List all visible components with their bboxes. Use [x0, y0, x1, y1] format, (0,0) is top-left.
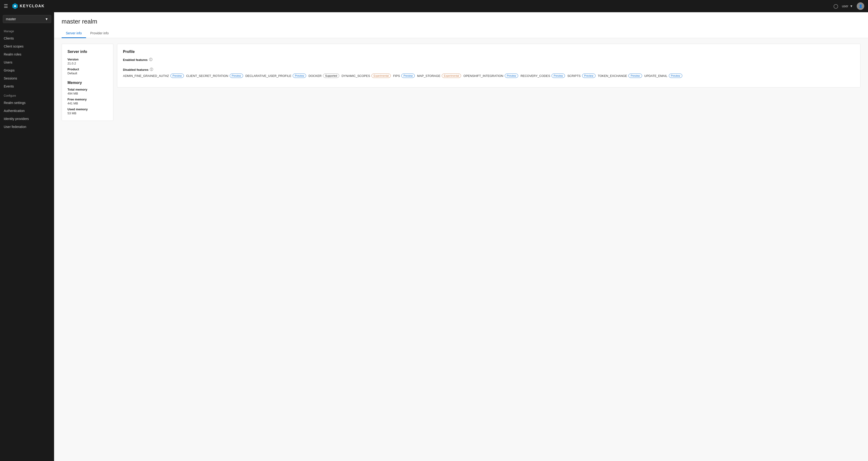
feature-item: DECLARATIVE_USER_PROFILEPreview — [245, 73, 306, 78]
tab-server-info[interactable]: Server info — [62, 29, 86, 38]
feature-item: CLIENT_SECRET_ROTATIONPreview — [186, 73, 243, 78]
sidebar-section-configure-label: Configure — [0, 90, 54, 99]
sidebar-item-sessions[interactable]: Sessions — [0, 74, 54, 82]
product-label: Product — [67, 67, 107, 71]
feature-item: UPDATE_EMAILPreview — [644, 73, 682, 78]
sidebar-item-realm-roles[interactable]: Realm roles — [0, 50, 54, 58]
free-memory-value: 441 MB — [67, 102, 107, 105]
profile-card: Profile Enabled features ⓘ Disabled feat… — [117, 44, 861, 88]
total-memory-label: Total memory — [67, 88, 107, 91]
feature-name: DYNAMIC_SCOPES — [342, 74, 370, 78]
sidebar-item-events[interactable]: Events — [0, 82, 54, 90]
user-menu[interactable]: user ▼ — [842, 4, 853, 8]
version-label: Version — [67, 58, 107, 61]
server-info-title: Server info — [67, 50, 107, 54]
realm-selector-value: master — [6, 17, 16, 21]
feature-badge: Preview — [582, 73, 595, 78]
page-title: master realm — [62, 18, 861, 25]
sidebar-item-clients[interactable]: Clients — [0, 34, 54, 42]
feature-name: RECOVERY_CODES — [521, 74, 550, 78]
disabled-features-label: Disabled features ⓘ — [123, 67, 855, 72]
feature-name: OPENSHIFT_INTEGRATION — [463, 74, 503, 78]
sidebar-item-groups[interactable]: Groups — [0, 66, 54, 74]
feature-name: DOCKER — [308, 74, 321, 78]
feature-item: MAP_STORAGEExperimental — [417, 73, 461, 78]
version-value: 21.0.2 — [67, 62, 107, 65]
feature-item: DYNAMIC_SCOPESExperimental — [342, 73, 391, 78]
enabled-features-info-icon: ⓘ — [149, 58, 152, 62]
feature-badge: Preview — [669, 73, 682, 78]
total-memory-value: 494 MB — [67, 92, 107, 95]
sidebar-item-identity-providers[interactable]: Identity providers — [0, 115, 54, 123]
feature-item: ADMIN_FINE_GRAINED_AUTHZPreview — [123, 73, 184, 78]
help-icon[interactable]: ◯ — [833, 3, 838, 9]
feature-badge: Preview — [401, 73, 415, 78]
used-memory-label: Used memory — [67, 107, 107, 111]
feature-name: ADMIN_FINE_GRAINED_AUTHZ — [123, 74, 169, 78]
feature-item: DOCKERSupported — [308, 73, 339, 78]
feature-name: UPDATE_EMAIL — [644, 74, 668, 78]
logo: KEYCLOAK — [12, 3, 45, 9]
feature-badge: Preview — [505, 73, 518, 78]
sidebar-item-client-scopes[interactable]: Client scopes — [0, 42, 54, 50]
feature-badge: Experimental — [371, 73, 391, 78]
sidebar-item-realm-settings[interactable]: Realm settings — [0, 99, 54, 107]
page-content: Server info Version 21.0.2 Product Defau… — [54, 38, 868, 127]
feature-badge: Preview — [170, 73, 184, 78]
product-value: Default — [67, 71, 107, 75]
tabs: Server info Provider info — [62, 29, 861, 38]
user-label: user — [842, 4, 848, 8]
free-memory-label: Free memory — [67, 98, 107, 101]
feature-badge: Preview — [230, 73, 243, 78]
page-header: master realm Server info Provider info — [54, 12, 868, 38]
feature-badge: Preview — [628, 73, 642, 78]
used-memory-value: 53 MB — [67, 112, 107, 115]
profile-title: Profile — [123, 50, 855, 54]
server-info-card: Server info Version 21.0.2 Product Defau… — [62, 44, 113, 121]
feature-item: TOKEN_EXCHANGEPreview — [598, 73, 642, 78]
realm-selector[interactable]: master ▼ — [3, 15, 51, 23]
main-content: master realm Server info Provider info S… — [54, 12, 868, 461]
feature-name: FIPS — [393, 74, 400, 78]
feature-badge: Preview — [293, 73, 306, 78]
feature-name: SCRIPTS — [567, 74, 581, 78]
disabled-features-info-icon: ⓘ — [150, 67, 153, 72]
sidebar-item-users[interactable]: Users — [0, 58, 54, 66]
sidebar-item-user-federation[interactable]: User federation — [0, 123, 54, 131]
topnav-right: ◯ user ▼ 👤 — [833, 2, 864, 10]
layout: master ▼ Manage Clients Client scopes Re… — [0, 12, 868, 461]
keycloak-logo-icon — [12, 3, 18, 9]
feature-item: FIPSPreview — [393, 73, 415, 78]
avatar[interactable]: 👤 — [857, 2, 864, 10]
feature-name: MAP_STORAGE — [417, 74, 440, 78]
feature-badge: Experimental — [442, 73, 461, 78]
enabled-features-label: Enabled features ⓘ — [123, 58, 855, 62]
svg-point-2 — [14, 5, 16, 7]
realm-selector-chevron: ▼ — [45, 17, 48, 21]
feature-badge: Preview — [552, 73, 565, 78]
sidebar: master ▼ Manage Clients Client scopes Re… — [0, 12, 54, 461]
sidebar-section-manage-label: Manage — [0, 26, 54, 34]
feature-item: RECOVERY_CODESPreview — [521, 73, 565, 78]
feature-name: TOKEN_EXCHANGE — [598, 74, 627, 78]
tab-provider-info[interactable]: Provider info — [86, 29, 113, 38]
feature-name: CLIENT_SECRET_ROTATION — [186, 74, 228, 78]
disabled-features-row: ADMIN_FINE_GRAINED_AUTHZPreviewCLIENT_SE… — [123, 73, 855, 78]
memory-title: Memory — [67, 81, 107, 85]
sidebar-item-authentication[interactable]: Authentication — [0, 107, 54, 115]
chevron-down-icon: ▼ — [850, 4, 853, 8]
feature-item: SCRIPTSPreview — [567, 73, 595, 78]
topnav: ☰ KEYCLOAK ◯ user ▼ 👤 — [0, 0, 868, 12]
feature-item: OPENSHIFT_INTEGRATIONPreview — [463, 73, 518, 78]
feature-badge: Supported — [323, 73, 339, 78]
hamburger-menu[interactable]: ☰ — [4, 3, 8, 9]
keycloak-logo-text: KEYCLOAK — [20, 4, 45, 8]
feature-name: DECLARATIVE_USER_PROFILE — [245, 74, 291, 78]
